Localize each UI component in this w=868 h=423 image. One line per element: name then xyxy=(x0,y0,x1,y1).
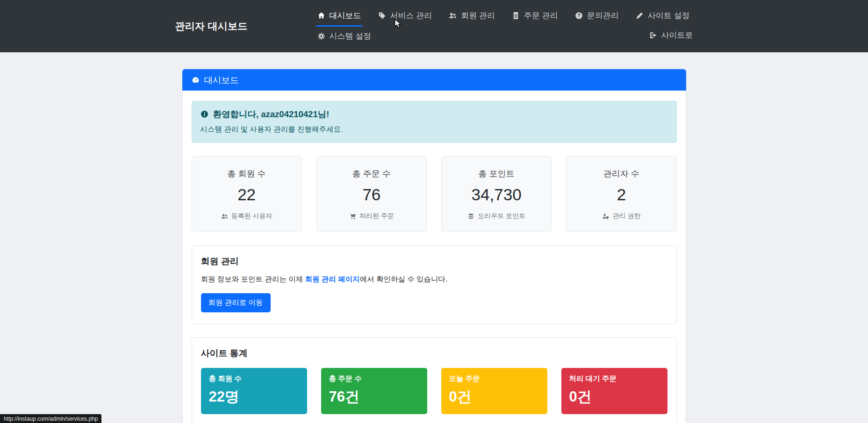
stat-title: 관리자 수 xyxy=(571,168,671,179)
dashboard-card-header: 대시보드 xyxy=(182,69,686,91)
stat-value: 76 xyxy=(322,185,422,204)
cart-icon xyxy=(349,213,356,220)
stat-card-total-members: 총 회원 수 22 등록된 사용자 xyxy=(192,156,302,232)
stat-caption: 관리 권한 xyxy=(612,212,640,220)
pencil-icon xyxy=(636,12,644,20)
box-value: 22명 xyxy=(209,387,299,407)
stat-caption: 등록된 사용자 xyxy=(231,212,273,220)
nav-item-orders[interactable]: 주문 관리 xyxy=(511,8,559,25)
stat-title: 총 주문 수 xyxy=(322,168,422,179)
brand-title[interactable]: 관리자 대시보드 xyxy=(175,20,248,33)
link-preview-status-bar: http://instaup.com/admin/services.php xyxy=(0,414,101,423)
info-circle-icon xyxy=(201,110,208,118)
welcome-subtitle: 시스템 관리 및 사용자 관리를 진행해주세요. xyxy=(201,125,668,134)
stat-card-admin-count: 관리자 수 2 관리 권한 xyxy=(566,156,676,232)
nav-menu-row1: 대시보드 서비스 관리 회원 관리 주문 관리 xyxy=(316,8,691,27)
stat-value: 22 xyxy=(197,185,297,204)
coins-icon xyxy=(467,213,474,220)
nav-label: 주문 관리 xyxy=(524,10,558,21)
nav-label: 회원 관리 xyxy=(461,10,495,21)
tachometer-icon xyxy=(192,76,200,84)
nav-item-site-settings[interactable]: 사이트 설정 xyxy=(635,8,691,25)
box-value: 0건 xyxy=(569,387,660,407)
stat-box-total-orders: 총 주문 수 76건 xyxy=(321,368,427,414)
member-section-title: 회원 관리 xyxy=(201,255,667,268)
stat-value: 2 xyxy=(571,185,671,204)
box-value: 76건 xyxy=(329,387,419,407)
stat-caption-row: 도리우트 포인트 xyxy=(446,212,546,220)
go-to-member-management-button[interactable]: 회원 관리로 이동 xyxy=(201,293,271,312)
member-section-text: 회원 정보와 포인트 관리는 이제 회원 관리 페이지에서 확인하실 수 있습니… xyxy=(201,275,667,284)
stat-caption-row: 관리 권한 xyxy=(571,212,671,220)
welcome-title-row: 환영합니다, azaz04210421님! xyxy=(201,108,668,120)
page-title: 대시보드 xyxy=(204,74,239,86)
stat-box-total-members: 총 회원 수 22명 xyxy=(201,368,307,414)
stat-caption: 처리된 주문 xyxy=(359,212,394,220)
site-link-label: 사이트로 xyxy=(661,30,693,41)
member-page-link[interactable]: 회원 관리 페이지 xyxy=(305,275,360,283)
member-text-before: 회원 정보와 포인트 관리는 이제 xyxy=(201,275,305,283)
user-shield-icon xyxy=(602,213,609,220)
site-stats-boxes: 총 회원 수 22명 총 주문 수 76건 오늘 주문 0건 처리 대기 주문 … xyxy=(201,368,667,414)
stat-title: 총 회원 수 xyxy=(197,168,297,179)
nav-item-inquiries[interactable]: ? 문의관리 xyxy=(574,8,620,25)
stat-box-pending-orders: 처리 대기 주문 0건 xyxy=(561,368,667,414)
nav-label: 사이트 설정 xyxy=(648,10,690,21)
top-navbar: 관리자 대시보드 대시보드 서비스 관리 회원 관리 xyxy=(0,0,868,52)
home-icon xyxy=(317,12,325,20)
stat-card-total-points: 총 포인트 34,730 도리우트 포인트 xyxy=(441,156,552,232)
users-icon xyxy=(449,12,457,20)
stat-caption: 도리우트 포인트 xyxy=(478,212,525,220)
welcome-title: 환영합니다, azaz04210421님! xyxy=(213,108,330,120)
nav-item-services[interactable]: 서비스 관리 xyxy=(377,8,433,25)
site-stats-title: 사이트 통계 xyxy=(201,347,667,360)
question-circle-icon: ? xyxy=(575,12,583,20)
go-to-site-link[interactable]: 사이트로 xyxy=(649,30,693,41)
stat-box-today-orders: 오늘 주문 0건 xyxy=(441,368,547,414)
file-icon xyxy=(512,12,520,20)
navbar-inner: 관리자 대시보드 대시보드 서비스 관리 회원 관리 xyxy=(168,0,701,52)
main-container: 대시보드 환영합니다, azaz04210421님! 시스템 관리 및 사용자 … xyxy=(182,69,686,423)
welcome-alert: 환영합니다, azaz04210421님! 시스템 관리 및 사용자 관리를 진… xyxy=(192,101,677,143)
stat-caption-row: 처리된 주문 xyxy=(322,212,422,220)
nav-menu-row2: 시스템 설정 xyxy=(316,29,373,46)
nav-label: 문의관리 xyxy=(587,10,619,21)
member-management-card: 회원 관리 회원 정보와 포인트 관리는 이제 회원 관리 페이지에서 확인하실… xyxy=(192,245,677,324)
stat-title: 총 포인트 xyxy=(446,168,546,179)
box-title: 오늘 주문 xyxy=(449,374,539,384)
nav-item-system-settings[interactable]: 시스템 설정 xyxy=(316,29,373,46)
stat-card-total-orders: 총 주문 수 76 처리된 주문 xyxy=(316,156,427,232)
site-statistics-card: 사이트 통계 총 회원 수 22명 총 주문 수 76건 오늘 주문 0건 처리… xyxy=(192,337,677,423)
stat-value: 34,730 xyxy=(446,185,546,204)
dashboard-card-body: 환영합니다, azaz04210421님! 시스템 관리 및 사용자 관리를 진… xyxy=(182,91,686,423)
stat-caption-row: 등록된 사용자 xyxy=(197,212,297,220)
nav-label: 대시보드 xyxy=(330,10,361,21)
box-title: 총 회원 수 xyxy=(209,374,299,384)
stats-row: 총 회원 수 22 등록된 사용자 총 주문 수 76 처리된 주문 xyxy=(192,156,677,232)
nav-label: 시스템 설정 xyxy=(330,31,372,42)
nav-item-members[interactable]: 회원 관리 xyxy=(448,8,496,25)
box-title: 처리 대기 주문 xyxy=(569,374,660,384)
sign-out-icon xyxy=(649,31,657,39)
box-value: 0건 xyxy=(449,387,539,407)
users-icon xyxy=(221,213,228,220)
box-title: 총 주문 수 xyxy=(329,374,419,384)
svg-text:?: ? xyxy=(577,13,580,18)
nav-item-dashboard[interactable]: 대시보드 xyxy=(316,8,362,27)
tag-icon xyxy=(378,12,386,20)
gear-icon xyxy=(317,32,325,40)
nav-label: 서비스 관리 xyxy=(390,10,432,21)
member-text-after: 에서 확인하실 수 있습니다. xyxy=(360,275,448,283)
